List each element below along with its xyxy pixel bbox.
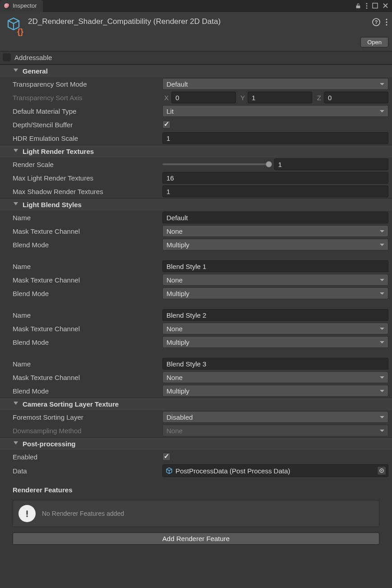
svg-point-11 [381, 470, 383, 472]
blend-style-mode-dropdown[interactable]: Multiply [162, 385, 388, 397]
blend-style-mask-label: Mask Texture Channel [13, 227, 162, 235]
post-processing-data-value: PostProcessData (Post Process Data) [175, 467, 290, 475]
max-shadow-render-textures-label: Max Shadow Render Textures [13, 188, 162, 195]
svg-point-7 [386, 19, 387, 20]
max-light-render-textures-input[interactable]: 16 [162, 172, 388, 184]
blend-style-name-input[interactable]: Blend Style 3 [162, 358, 388, 370]
axis-y-label: Y [239, 94, 245, 102]
blend-style-mode-dropdown[interactable]: Multiply [162, 287, 388, 299]
axis-x-input[interactable]: 0 [171, 92, 236, 103]
blend-style-mask-label: Mask Texture Channel [13, 374, 162, 381]
object-picker-icon[interactable] [377, 466, 386, 475]
asset-title: 2D_Renderer_Shader_Compatibility (Render… [28, 16, 372, 26]
blend-style-mask-dropdown[interactable]: None [162, 225, 388, 237]
blend-style-name-input[interactable]: Default [162, 212, 388, 223]
hdr-emulation-scale-label: HDR Emulation Scale [13, 134, 162, 142]
maximize-icon[interactable] [372, 3, 378, 9]
svg-point-9 [386, 24, 387, 25]
svg-point-2 [366, 7, 368, 9]
addressable-label: Addressable [14, 54, 52, 61]
foldout-icon [14, 202, 18, 205]
tab-label: Inspector [13, 2, 37, 9]
blend-style-mode-label: Blend Mode [13, 290, 162, 297]
depth-stencil-checkbox[interactable] [162, 120, 171, 129]
post-processing-enabled-label: Enabled [13, 453, 162, 461]
addressable-checkbox[interactable] [3, 53, 11, 61]
render-scale-label: Render Scale [13, 161, 162, 168]
axis-z-input[interactable]: 0 [324, 92, 388, 103]
axis-y-input[interactable]: 1 [248, 92, 312, 103]
inspector-tab[interactable]: Inspector [0, 0, 43, 12]
open-button[interactable]: Open [360, 37, 388, 47]
axis-z-label: Z [315, 94, 321, 102]
data-asset-icon [166, 467, 173, 474]
downsampling-method-label: Downsampling Method [13, 427, 162, 435]
svg-point-8 [386, 21, 387, 23]
kebab-icon[interactable] [386, 19, 387, 26]
blend-style-mode-dropdown[interactable]: Multiply [162, 336, 388, 348]
foldout-icon [14, 149, 18, 152]
svg-point-1 [366, 5, 368, 6]
section-light-render-textures[interactable]: Light Render Textures [0, 145, 392, 157]
post-processing-data-field[interactable]: PostProcessData (Post Process Data) [162, 464, 388, 477]
svg-text:{}: {} [17, 27, 23, 36]
svg-rect-3 [373, 3, 378, 8]
add-renderer-feature-button[interactable]: Add Renderer Feature [13, 532, 379, 545]
help-icon[interactable]: ? [372, 18, 380, 26]
inspector-icon [4, 3, 10, 9]
render-scale-slider[interactable] [162, 163, 269, 165]
transparency-sort-mode-dropdown[interactable]: Default [162, 78, 388, 90]
blend-style-mode-label: Blend Mode [13, 338, 162, 346]
transparency-sort-axis-label: Transparency Sort Axis [13, 94, 162, 102]
foldout-icon [14, 69, 18, 72]
kebab-icon[interactable] [366, 3, 368, 9]
blend-style-mode-label: Blend Mode [13, 387, 162, 395]
blend-style-mask-dropdown[interactable]: None [162, 371, 388, 383]
renderer-features-heading: Renderer Features [0, 478, 392, 497]
svg-point-0 [366, 3, 368, 4]
render-scale-value[interactable]: 1 [274, 158, 389, 170]
blend-style-mode-label: Blend Mode [13, 241, 162, 249]
renderer-features-info: No Renderer Features added [13, 500, 379, 527]
foldout-icon [14, 402, 18, 405]
default-material-type-label: Default Material Type [13, 107, 162, 115]
info-icon [18, 505, 36, 522]
foldout-icon [14, 441, 18, 444]
asset-header: {} 2D_Renderer_Shader_Compatibility (Ren… [0, 12, 392, 36]
blend-style-name-label: Name [13, 214, 162, 222]
post-processing-data-label: Data [13, 467, 162, 475]
section-general[interactable]: General [0, 65, 392, 77]
blend-style-mask-dropdown[interactable]: None [162, 323, 388, 334]
asset-type-icon: {} [5, 16, 23, 34]
section-camera-sorting[interactable]: Camera Sorting Layer Texture [0, 398, 392, 410]
section-light-blend-styles[interactable]: Light Blend Styles [0, 198, 392, 211]
axis-x-label: X [162, 94, 169, 102]
blend-style-mode-dropdown[interactable]: Multiply [162, 239, 388, 250]
transparency-sort-mode-label: Transparency Sort Mode [13, 80, 162, 88]
foremost-sorting-layer-dropdown[interactable]: Disabled [162, 411, 388, 423]
depth-stencil-label: Depth/Stencil Buffer [13, 121, 162, 129]
svg-rect-12 [27, 510, 28, 515]
lock-icon[interactable] [355, 3, 361, 9]
hdr-emulation-scale-input[interactable]: 1 [162, 132, 388, 144]
downsampling-method-dropdown: None [162, 425, 388, 436]
blend-style-mask-dropdown[interactable]: None [162, 274, 388, 286]
close-icon[interactable] [383, 3, 388, 9]
section-post-processing[interactable]: Post-processing [0, 437, 392, 450]
blend-style-name-label: Name [13, 311, 162, 319]
blend-style-name-input[interactable]: Blend Style 2 [162, 309, 388, 321]
renderer-features-none-text: No Renderer Features added [42, 510, 124, 517]
max-shadow-render-textures-input[interactable]: 1 [162, 185, 388, 197]
default-material-type-dropdown[interactable]: Lit [162, 105, 388, 117]
blend-style-name-label: Name [13, 360, 162, 368]
blend-style-mask-label: Mask Texture Channel [13, 276, 162, 284]
window-titlebar: Inspector [0, 0, 392, 12]
svg-point-13 [26, 515, 28, 517]
blend-style-name-label: Name [13, 263, 162, 270]
svg-text:?: ? [375, 19, 378, 25]
foremost-sorting-layer-label: Foremost Sorting Layer [13, 413, 162, 421]
blend-style-mask-label: Mask Texture Channel [13, 325, 162, 333]
post-processing-enabled-checkbox[interactable] [162, 453, 171, 461]
blend-style-name-input[interactable]: Blend Style 1 [162, 260, 388, 272]
max-light-render-textures-label: Max Light Render Textures [13, 174, 162, 182]
